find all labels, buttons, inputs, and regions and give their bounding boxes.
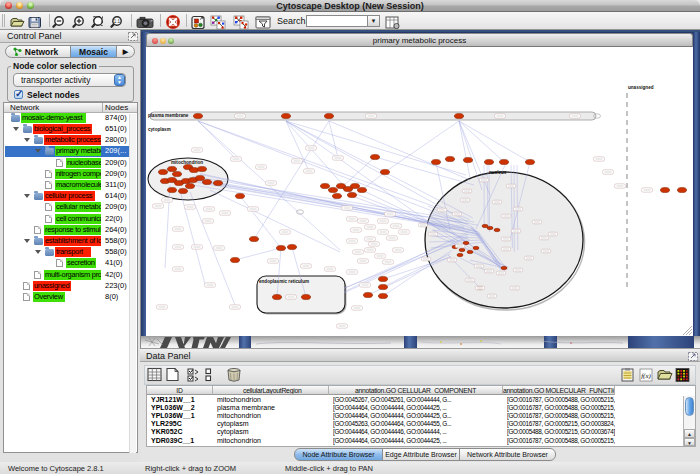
svg-text:mitochondrion: mitochondrion bbox=[171, 160, 203, 165]
svg-text:unassigned: unassigned bbox=[628, 85, 654, 90]
svg-text:plasma membrane: plasma membrane bbox=[148, 113, 189, 118]
svg-text:nucleus: nucleus bbox=[489, 170, 507, 175]
svg-text:cytoplasm: cytoplasm bbox=[148, 127, 171, 132]
svg-text:1:1: 1:1 bbox=[114, 19, 121, 24]
svg-text:endoplasmic reticulum: endoplasmic reticulum bbox=[259, 279, 309, 284]
svg-text:f(x): f(x) bbox=[641, 372, 651, 380]
